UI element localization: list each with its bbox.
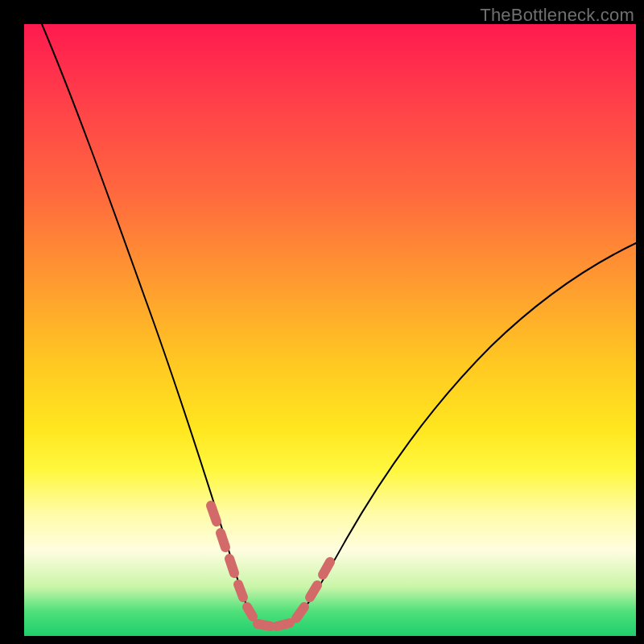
highlight-dash — [229, 559, 234, 573]
bottleneck-curve — [42, 24, 636, 628]
watermark-text: TheBottleneck.com — [480, 5, 634, 26]
highlight-dash — [238, 584, 243, 597]
highlight-dash — [310, 585, 317, 597]
highlight-dash — [277, 623, 290, 626]
plot-area — [24, 24, 636, 636]
highlight-dash — [221, 533, 225, 547]
chart-svg — [24, 24, 636, 636]
highlight-dash — [258, 624, 270, 626]
highlight-dash — [323, 562, 330, 575]
chart-frame: TheBottleneck.com — [0, 0, 644, 644]
highlight-dash — [296, 607, 304, 618]
highlight-dash — [247, 607, 253, 617]
highlight-dash — [211, 506, 217, 522]
